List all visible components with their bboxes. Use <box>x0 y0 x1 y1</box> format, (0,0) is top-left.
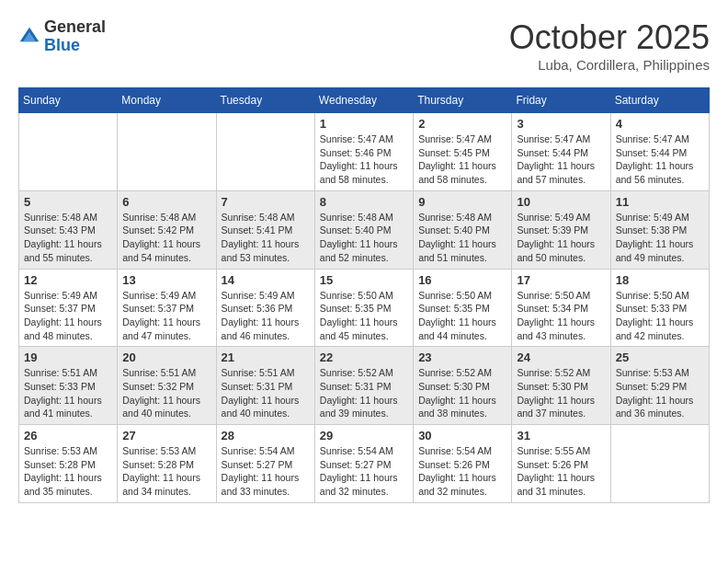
day-info: Sunrise: 5:50 AMSunset: 5:35 PMDaylight:… <box>418 289 506 343</box>
day-info: Sunrise: 5:51 AMSunset: 5:32 PMDaylight:… <box>122 366 210 420</box>
weekday-header-row: SundayMondayTuesdayWednesdayThursdayFrid… <box>19 88 710 113</box>
weekday-header-friday: Friday <box>512 88 610 113</box>
day-info: Sunrise: 5:50 AMSunset: 5:35 PMDaylight:… <box>320 289 408 343</box>
title-block: October 2025 Luba, Cordillera, Philippin… <box>509 18 710 73</box>
calendar-week-3: 12Sunrise: 5:49 AMSunset: 5:37 PMDayligh… <box>19 269 710 347</box>
day-number: 31 <box>517 429 605 442</box>
day-info: Sunrise: 5:47 AMSunset: 5:44 PMDaylight:… <box>517 132 605 187</box>
day-number: 14 <box>222 273 310 287</box>
day-info: Sunrise: 5:50 AMSunset: 5:34 PMDaylight:… <box>517 289 605 343</box>
day-number: 25 <box>616 350 704 364</box>
day-number: 2 <box>418 117 506 131</box>
calendar-cell: 19Sunrise: 5:51 AMSunset: 5:33 PMDayligh… <box>19 347 118 425</box>
day-info: Sunrise: 5:48 AMSunset: 5:43 PMDaylight:… <box>24 211 112 265</box>
weekday-header-tuesday: Tuesday <box>216 88 314 113</box>
calendar-cell <box>19 113 118 191</box>
calendar-cell: 16Sunrise: 5:50 AMSunset: 5:35 PMDayligh… <box>414 269 512 347</box>
calendar-cell: 4Sunrise: 5:47 AMSunset: 5:44 PMDaylight… <box>610 113 709 191</box>
day-info: Sunrise: 5:49 AMSunset: 5:36 PMDaylight:… <box>222 289 310 343</box>
day-number: 19 <box>24 350 112 364</box>
day-number: 17 <box>517 273 605 287</box>
day-info: Sunrise: 5:49 AMSunset: 5:37 PMDaylight:… <box>122 289 210 343</box>
day-number: 12 <box>24 273 112 287</box>
calendar-cell: 30Sunrise: 5:54 AMSunset: 5:26 PMDayligh… <box>414 425 512 503</box>
day-number: 21 <box>222 350 310 364</box>
calendar-cell: 24Sunrise: 5:52 AMSunset: 5:30 PMDayligh… <box>512 347 610 425</box>
month-title: October 2025 <box>509 18 710 57</box>
calendar-week-2: 5Sunrise: 5:48 AMSunset: 5:43 PMDaylight… <box>19 190 710 269</box>
calendar-cell: 2Sunrise: 5:47 AMSunset: 5:45 PMDaylight… <box>414 113 512 191</box>
calendar-cell <box>118 113 216 191</box>
calendar-cell: 28Sunrise: 5:54 AMSunset: 5:27 PMDayligh… <box>216 425 314 503</box>
day-info: Sunrise: 5:54 AMSunset: 5:26 PMDaylight:… <box>418 444 506 499</box>
day-number: 4 <box>616 117 704 131</box>
day-info: Sunrise: 5:55 AMSunset: 5:26 PMDaylight:… <box>517 444 605 499</box>
day-number: 5 <box>24 195 112 209</box>
day-info: Sunrise: 5:53 AMSunset: 5:28 PMDaylight:… <box>122 444 210 499</box>
logo-blue-text: Blue <box>44 37 106 55</box>
weekday-header-saturday: Saturday <box>610 88 709 113</box>
calendar-cell: 18Sunrise: 5:50 AMSunset: 5:33 PMDayligh… <box>610 269 709 347</box>
day-number: 16 <box>418 273 506 287</box>
calendar-week-5: 26Sunrise: 5:53 AMSunset: 5:28 PMDayligh… <box>19 425 710 503</box>
calendar-cell: 11Sunrise: 5:49 AMSunset: 5:38 PMDayligh… <box>610 190 709 269</box>
day-number: 24 <box>517 350 605 364</box>
weekday-header-thursday: Thursday <box>414 88 512 113</box>
day-number: 18 <box>616 273 704 287</box>
calendar-cell: 27Sunrise: 5:53 AMSunset: 5:28 PMDayligh… <box>118 425 216 503</box>
calendar-cell: 7Sunrise: 5:48 AMSunset: 5:41 PMDaylight… <box>216 190 314 269</box>
day-info: Sunrise: 5:48 AMSunset: 5:40 PMDaylight:… <box>320 211 408 265</box>
day-number: 27 <box>122 429 210 442</box>
day-number: 10 <box>517 195 605 209</box>
day-info: Sunrise: 5:49 AMSunset: 5:38 PMDaylight:… <box>616 211 704 265</box>
day-info: Sunrise: 5:49 AMSunset: 5:37 PMDaylight:… <box>24 289 112 343</box>
day-info: Sunrise: 5:48 AMSunset: 5:40 PMDaylight:… <box>418 211 506 265</box>
day-info: Sunrise: 5:49 AMSunset: 5:39 PMDaylight:… <box>517 211 605 265</box>
day-number: 6 <box>122 195 210 209</box>
calendar-cell: 9Sunrise: 5:48 AMSunset: 5:40 PMDaylight… <box>414 190 512 269</box>
day-number: 7 <box>222 195 310 209</box>
calendar-cell <box>216 113 314 191</box>
calendar-cell: 20Sunrise: 5:51 AMSunset: 5:32 PMDayligh… <box>118 347 216 425</box>
logo-general-text: General <box>44 18 106 37</box>
calendar-cell: 10Sunrise: 5:49 AMSunset: 5:39 PMDayligh… <box>512 190 610 269</box>
day-info: Sunrise: 5:54 AMSunset: 5:27 PMDaylight:… <box>222 444 310 499</box>
calendar-cell: 31Sunrise: 5:55 AMSunset: 5:26 PMDayligh… <box>512 425 610 503</box>
day-info: Sunrise: 5:54 AMSunset: 5:27 PMDaylight:… <box>320 444 408 499</box>
calendar-cell: 29Sunrise: 5:54 AMSunset: 5:27 PMDayligh… <box>314 425 413 503</box>
weekday-header-sunday: Sunday <box>19 88 118 113</box>
calendar-cell: 17Sunrise: 5:50 AMSunset: 5:34 PMDayligh… <box>512 269 610 347</box>
day-info: Sunrise: 5:53 AMSunset: 5:28 PMDaylight:… <box>24 444 112 499</box>
weekday-header-wednesday: Wednesday <box>314 88 413 113</box>
calendar-cell: 1Sunrise: 5:47 AMSunset: 5:46 PMDaylight… <box>314 113 413 191</box>
calendar-cell: 22Sunrise: 5:52 AMSunset: 5:31 PMDayligh… <box>314 347 413 425</box>
logo-icon <box>18 26 40 48</box>
calendar-cell: 26Sunrise: 5:53 AMSunset: 5:28 PMDayligh… <box>19 425 118 503</box>
calendar-cell: 8Sunrise: 5:48 AMSunset: 5:40 PMDaylight… <box>314 190 413 269</box>
page-header: General Blue October 2025 Luba, Cordille… <box>18 18 710 73</box>
day-number: 29 <box>320 429 408 442</box>
calendar-cell: 6Sunrise: 5:48 AMSunset: 5:42 PMDaylight… <box>118 190 216 269</box>
day-number: 23 <box>418 350 506 364</box>
calendar-cell: 21Sunrise: 5:51 AMSunset: 5:31 PMDayligh… <box>216 347 314 425</box>
day-info: Sunrise: 5:47 AMSunset: 5:44 PMDaylight:… <box>616 132 704 187</box>
day-number: 15 <box>320 273 408 287</box>
day-info: Sunrise: 5:52 AMSunset: 5:31 PMDaylight:… <box>320 366 408 420</box>
calendar-cell: 14Sunrise: 5:49 AMSunset: 5:36 PMDayligh… <box>216 269 314 347</box>
calendar-cell: 5Sunrise: 5:48 AMSunset: 5:43 PMDaylight… <box>19 190 118 269</box>
day-info: Sunrise: 5:53 AMSunset: 5:29 PMDaylight:… <box>616 366 704 420</box>
day-info: Sunrise: 5:48 AMSunset: 5:42 PMDaylight:… <box>122 211 210 265</box>
day-number: 22 <box>320 350 408 364</box>
day-info: Sunrise: 5:52 AMSunset: 5:30 PMDaylight:… <box>517 366 605 420</box>
day-number: 9 <box>418 195 506 209</box>
day-number: 28 <box>222 429 310 442</box>
day-info: Sunrise: 5:48 AMSunset: 5:41 PMDaylight:… <box>222 211 310 265</box>
day-number: 1 <box>320 117 408 131</box>
location-text: Luba, Cordillera, Philippines <box>509 57 710 73</box>
calendar-cell <box>610 425 709 503</box>
calendar-cell: 15Sunrise: 5:50 AMSunset: 5:35 PMDayligh… <box>314 269 413 347</box>
calendar-cell: 12Sunrise: 5:49 AMSunset: 5:37 PMDayligh… <box>19 269 118 347</box>
calendar-cell: 23Sunrise: 5:52 AMSunset: 5:30 PMDayligh… <box>414 347 512 425</box>
day-info: Sunrise: 5:51 AMSunset: 5:31 PMDaylight:… <box>222 366 310 420</box>
day-info: Sunrise: 5:47 AMSunset: 5:46 PMDaylight:… <box>320 132 408 187</box>
